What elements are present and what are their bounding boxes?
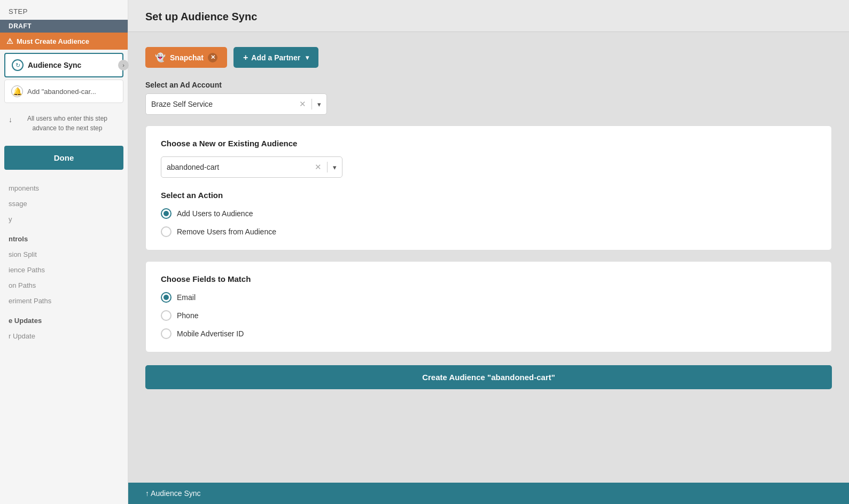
audience-card: Choose a New or Existing Audience abando… [145, 125, 832, 250]
step-label: Step [0, 0, 128, 20]
must-create-label: Must Create Audience [17, 37, 89, 45]
ad-account-chevron-icon[interactable]: ▾ [317, 100, 321, 108]
expand-arrow-icon[interactable]: › [118, 60, 129, 70]
page-title: Set up Audience Sync [145, 11, 832, 23]
fields-section-title: Choose Fields to Match [161, 274, 816, 284]
radio-remove-icon [161, 226, 172, 237]
ad-account-select[interactable]: Braze Self Service ✕ ▾ [145, 93, 327, 115]
sidebar-item-message[interactable]: ssage [9, 196, 119, 211]
create-audience-button[interactable]: Create Audience "abandoned-cart" [145, 365, 832, 389]
main-body: 👻 Snapchat ✕ + Add a Partner ▾ Select an… [128, 32, 849, 404]
field-email-label: Email [177, 293, 196, 302]
chevron-down-icon: ▾ [306, 54, 309, 61]
action-remove-label: Remove Users from Audience [177, 227, 276, 236]
ad-account-value: Braze Self Service [151, 100, 296, 108]
sidebar-item-user-update[interactable]: r Update [9, 328, 119, 344]
action-add-label: Add Users to Audience [177, 209, 253, 218]
must-create-banner: ⚠ Must Create Audience [0, 33, 128, 50]
advance-note: ↓ All users who enter this step advance … [0, 105, 128, 141]
snapchat-button[interactable]: 👻 Snapchat ✕ [145, 47, 227, 68]
ad-account-clear-icon[interactable]: ✕ [299, 99, 306, 109]
sidebar-item-action-paths[interactable]: on Paths [9, 278, 119, 293]
radio-mobile-id-icon [161, 328, 172, 339]
done-button[interactable]: Done [4, 146, 123, 170]
fields-radio-group: Email Phone Mobile Advertiser ID [161, 292, 816, 339]
sidebar-item-y[interactable]: y [9, 211, 119, 227]
action-section-title: Select an Action [161, 191, 816, 200]
sidebar-item-audience-paths[interactable]: ience Paths [9, 262, 119, 278]
audience-select[interactable]: abandoned-cart ✕ ▾ [161, 156, 342, 178]
ad-account-label: Select an Ad Account [145, 81, 832, 89]
action-option-add[interactable]: Add Users to Audience [161, 208, 816, 219]
main-header: Set up Audience Sync [128, 0, 849, 32]
advance-note-text: All users who enter this step advance to… [15, 114, 119, 133]
radio-add-icon [161, 208, 172, 219]
add-partner-button[interactable]: + Add a Partner ▾ [233, 47, 318, 68]
audience-clear-icon[interactable]: ✕ [315, 162, 322, 172]
field-option-phone[interactable]: Phone [161, 310, 816, 321]
radio-inner [163, 295, 169, 300]
action-section: Select an Action Add Users to Audience R… [161, 191, 816, 237]
main-content: Set up Audience Sync 👻 Snapchat ✕ + Add … [128, 0, 849, 504]
snapchat-label: Snapchat [170, 53, 204, 62]
draft-badge: DRAFT [0, 20, 128, 33]
action-option-remove[interactable]: Remove Users from Audience [161, 226, 816, 237]
sidebar: Step DRAFT ⚠ Must Create Audience ↻ Audi… [0, 0, 128, 504]
fields-card: Choose Fields to Match Email Phone Mobil… [145, 261, 832, 352]
radio-inner [163, 211, 169, 216]
add-partner-label: Add a Partner [251, 53, 300, 62]
action-radio-group: Add Users to Audience Remove Users from … [161, 208, 816, 237]
arrow-down-icon: ↓ [9, 114, 12, 125]
plus-icon: + [243, 53, 248, 62]
bottom-bar-label: ↑ Audience Sync [145, 489, 201, 498]
add-step-label: Add "abandoned-car... [27, 88, 96, 96]
field-option-mobile-id[interactable]: Mobile Advertiser ID [161, 328, 816, 339]
sidebar-item-controls[interactable]: ntrols [9, 231, 119, 247]
sidebar-item-decision-split[interactable]: sion Split [9, 247, 119, 262]
bottom-bar: ↑ Audience Sync [128, 483, 849, 504]
snapchat-icon: 👻 [155, 52, 166, 62]
divider [311, 99, 312, 109]
audience-sync-item[interactable]: ↻ Audience Sync › [4, 53, 123, 77]
audience-value: abandoned-cart [167, 163, 311, 171]
bell-icon: 🔔 [11, 85, 23, 97]
field-option-email[interactable]: Email [161, 292, 816, 303]
warning-icon: ⚠ [6, 37, 13, 45]
ad-account-section: Select an Ad Account Braze Self Service … [145, 81, 832, 115]
sidebar-item-components[interactable]: mponents [9, 180, 119, 196]
sidebar-item-updates[interactable]: e Updates [9, 313, 119, 328]
snapchat-close-icon[interactable]: ✕ [208, 53, 217, 62]
field-mobile-id-label: Mobile Advertiser ID [177, 329, 244, 338]
partner-row: 👻 Snapchat ✕ + Add a Partner ▾ [145, 47, 832, 68]
sidebar-item-experiment-paths[interactable]: eriment Paths [9, 293, 119, 309]
audience-chevron-icon[interactable]: ▾ [333, 163, 337, 171]
sync-icon: ↻ [12, 59, 24, 71]
radio-phone-icon [161, 310, 172, 321]
radio-email-icon [161, 292, 172, 303]
audience-sync-label: Audience Sync [28, 61, 81, 69]
divider [327, 162, 328, 172]
sidebar-nav: mponents ssage y ntrols sion Split ience… [0, 174, 128, 346]
field-phone-label: Phone [177, 311, 198, 320]
audience-section-title: Choose a New or Existing Audience [161, 139, 816, 148]
add-step-item[interactable]: 🔔 Add "abandoned-car... [4, 80, 123, 103]
